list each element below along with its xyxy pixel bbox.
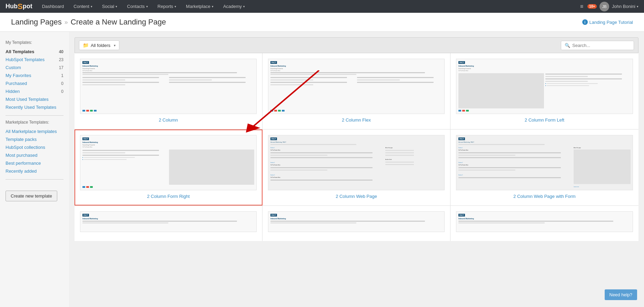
breadcrumb-separator: » (65, 19, 68, 26)
sidebar-item-all-templates[interactable]: All Templates 40 (6, 48, 63, 56)
template-name[interactable]: 2 Column Web Page (336, 194, 377, 199)
template-card-row3-1[interactable]: PACT Inbound Marketing (75, 206, 262, 241)
template-name[interactable]: 2 Column Web Page with Form (513, 194, 575, 199)
page-header: Landing Pages » Create a New Landing Pag… (0, 13, 644, 32)
hubspot-logo[interactable]: HubSpot (6, 2, 32, 11)
template-card-2-column-flex[interactable]: PACT Inbound Marketing Something Powerfu… (262, 53, 450, 129)
toolbar: 📁 All folders ▾ 🔍 (75, 37, 638, 53)
sidebar-divider (6, 115, 63, 116)
menu-icon[interactable]: ≡ (580, 3, 583, 10)
nav-academy[interactable]: Academy ▾ (219, 0, 249, 13)
templates-grid: PACT Inbound Marketing Something Powerfu… (75, 53, 638, 241)
template-preview: PACT Inbound Marketing (456, 211, 633, 232)
nav-dashboard[interactable]: Dashboard (38, 0, 68, 13)
template-row-2: PACT Inbound Marketing Something Powerfu… (75, 129, 638, 206)
chevron-down-icon: ▾ (146, 5, 148, 8)
search-icon: 🔍 (565, 43, 570, 48)
sidebar-item-most-purchased[interactable]: Most purchased (6, 151, 63, 159)
sidebar: My Templates: All Templates 40 HubSpot T… (0, 32, 69, 307)
template-card-row3-3[interactable]: PACT Inbound Marketing (450, 206, 638, 241)
template-preview: PACT Inbound Marketing Something Powerfu… (268, 59, 445, 114)
content-area: 📁 All folders ▾ 🔍 (69, 32, 644, 307)
sidebar-item-recently-used[interactable]: Recently Used Templates (6, 103, 63, 111)
chevron-down-icon: ▾ (114, 44, 116, 47)
template-card-2-column-web-page[interactable]: PACT Inbound Marketing, PACT Section 1 T… (262, 129, 450, 205)
template-card-2-column[interactable]: PACT Inbound Marketing Something Powerfu… (75, 53, 262, 129)
template-preview: PACT Inbound Marketing Something Powerfu… (456, 59, 633, 114)
user-menu[interactable]: John Bonini ▾ (612, 4, 638, 9)
logo-text: Hub (6, 3, 18, 10)
sidebar-item-custom[interactable]: Custom 17 (6, 64, 63, 71)
sidebar-item-recently-added[interactable]: Recently added (6, 167, 63, 175)
template-preview: PACT Inbound Marketing, PACT Section 1 T… (456, 135, 633, 190)
template-preview: PACT Inbound Marketing Something Powerfu… (80, 135, 257, 190)
nav-marketplace[interactable]: Marketplace ▾ (182, 0, 218, 13)
create-template-button[interactable]: Create new template (6, 191, 57, 201)
template-preview: PACT Inbound Marketing (268, 211, 445, 232)
my-templates-label: My Templates: (6, 40, 63, 45)
nav-contacts[interactable]: Contacts ▾ (123, 0, 152, 13)
template-preview: PACT Inbound Marketing (80, 211, 257, 232)
marketplace-templates-label: Marketplace Templates: (6, 120, 63, 125)
template-name[interactable]: 2 Column (159, 117, 178, 123)
chevron-down-icon: ▾ (175, 5, 176, 8)
sidebar-item-most-used[interactable]: Most Used Templates (6, 95, 63, 103)
need-help-button[interactable]: Need help? (605, 289, 637, 300)
template-name[interactable]: 2 Column Form Left (525, 117, 564, 123)
chevron-down-icon: ▾ (637, 5, 638, 8)
sidebar-item-best-performance[interactable]: Best performance (6, 159, 63, 167)
template-card-2-column-form-left[interactable]: PACT Inbound Marketing Something Powerfu… (450, 53, 638, 129)
template-preview: PACT Inbound Marketing, PACT Section 1 T… (268, 135, 445, 190)
notification-badge[interactable]: 10+ (587, 4, 597, 9)
breadcrumb: Landing Pages » Create a New Landing Pag… (11, 18, 166, 27)
template-card-2-column-form-right[interactable]: PACT Inbound Marketing Something Powerfu… (75, 129, 262, 205)
template-card-2-column-web-page-with-form[interactable]: PACT Inbound Marketing, PACT Section 1 T… (450, 129, 638, 205)
logo-dot: S (18, 2, 23, 11)
sidebar-divider-2 (6, 179, 63, 180)
template-row-1: PACT Inbound Marketing Something Powerfu… (75, 53, 638, 129)
sidebar-item-hubspot-collections[interactable]: HubSpot collections (6, 143, 63, 151)
template-preview: PACT Inbound Marketing Something Powerfu… (80, 59, 257, 114)
breadcrumb-parent[interactable]: Landing Pages (11, 18, 62, 27)
logo-text2: pot (23, 3, 32, 10)
sidebar-item-purchased[interactable]: Purchased 0 (6, 79, 63, 87)
chevron-down-icon: ▾ (91, 5, 92, 8)
template-row-3: PACT Inbound Marketing PACT Inbound Mark… (75, 206, 638, 241)
nav-reports[interactable]: Reports ▾ (153, 0, 181, 13)
main-layout: My Templates: All Templates 40 HubSpot T… (0, 32, 644, 307)
template-name[interactable]: 2 Column Flex (342, 117, 371, 123)
template-name[interactable]: 2 Column Form Right (147, 194, 190, 199)
sidebar-item-hubspot-templates[interactable]: HubSpot Templates 23 (6, 56, 63, 64)
nav-social[interactable]: Social ▾ (98, 0, 121, 13)
folder-dropdown[interactable]: 📁 All folders ▾ (79, 40, 119, 50)
nav-content[interactable]: Content ▾ (69, 0, 97, 13)
sidebar-item-favorites[interactable]: My Favorites 1 (6, 71, 63, 79)
sidebar-item-all-marketplace[interactable]: All Marketplace templates (6, 127, 63, 135)
search-box: 🔍 (561, 41, 634, 50)
sidebar-item-hidden[interactable]: Hidden 0 (6, 87, 63, 95)
chevron-down-icon: ▾ (116, 5, 117, 8)
nav-right-area: ≡ 10+ JB John Bonini ▾ (580, 2, 638, 11)
info-icon: i (582, 19, 588, 25)
tutorial-link[interactable]: i Landing Page Tutorial (582, 19, 633, 25)
breadcrumb-current: Create a New Landing Page (71, 18, 166, 27)
chevron-down-icon: ▾ (212, 5, 214, 8)
sidebar-item-template-packs[interactable]: Template packs (6, 135, 63, 143)
search-input[interactable] (572, 43, 630, 48)
template-card-row3-2[interactable]: PACT Inbound Marketing (262, 206, 450, 241)
navbar: HubSpot Dashboard Content ▾ Social ▾ Con… (0, 0, 644, 13)
avatar[interactable]: JB (600, 2, 609, 11)
chevron-down-icon: ▾ (243, 5, 245, 8)
folder-icon: 📁 (83, 42, 89, 48)
